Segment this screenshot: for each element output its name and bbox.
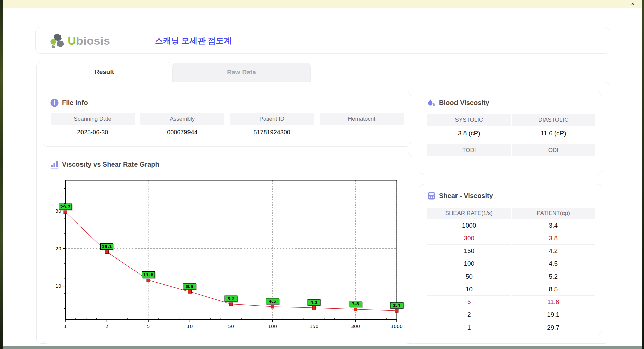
odi-header: ODI [512, 144, 595, 156]
table-spacer [427, 140, 595, 144]
diastolic-header: DIASTOLIC [512, 114, 595, 126]
content-card: File Info Scanning Date2025-06-30Assembl… [36, 82, 609, 344]
svg-text:50: 50 [228, 323, 234, 329]
svg-text:4.5: 4.5 [269, 299, 276, 304]
svg-text:20: 20 [55, 246, 61, 251]
shear-rate-cell: 1 [427, 321, 511, 334]
calculator-icon [427, 192, 436, 200]
shear-rate-cell: 5 [427, 296, 511, 308]
patient-cell: 29.7 [512, 321, 595, 334]
svg-text:10: 10 [55, 283, 61, 289]
graph-card: Viscosity vs Shear Rate Graph 1020301251… [43, 153, 411, 344]
field-label: Assembly [140, 113, 224, 125]
svg-text:3.4: 3.4 [393, 303, 400, 308]
window-bottom-edge [3, 346, 642, 349]
patient-cell: 3.4 [512, 219, 595, 232]
svg-text:1000: 1000 [391, 323, 403, 329]
shear-viscosity-title: Shear - Viscosity [439, 192, 493, 200]
svg-text:19.1: 19.1 [102, 244, 112, 249]
brand-first-letter: U [68, 34, 76, 47]
window-titlebar: × [3, 0, 642, 8]
patient-column-header: PATIENT(cp) [512, 208, 595, 219]
header-card: Ubiosis 스캐닝 모세관 점도계 [35, 27, 609, 54]
file-info-field: Hematocrit [320, 113, 404, 139]
tab-raw-data[interactable]: Raw Data [172, 63, 311, 82]
bar-chart-icon [50, 160, 59, 169]
file-info-card: File Info Scanning Date2025-06-30Assembl… [43, 92, 411, 147]
file-info-header: File Info [50, 99, 88, 107]
patient-cell: 4.2 [512, 245, 595, 257]
systolic-value: 3.8 (cP) [427, 126, 511, 140]
svg-text:2: 2 [105, 323, 108, 329]
svg-text:150: 150 [310, 323, 319, 329]
shear-rate-cell: 1000 [427, 219, 511, 232]
close-icon[interactable]: × [629, 1, 636, 7]
file-info-title: File Info [62, 99, 88, 107]
tab-result[interactable]: Result [36, 62, 172, 82]
patient-cell: 11.6 [512, 296, 595, 308]
blood-viscosity-header: Blood Viscosity [427, 99, 489, 107]
field-value [320, 125, 404, 139]
svg-text:10: 10 [187, 323, 193, 329]
shear-viscosity-card: Shear - Viscosity SHEAR RATE(1/s) PATIEN… [420, 184, 602, 335]
ubiosis-logo-icon [50, 33, 65, 48]
brand-name: Ubiosis [68, 34, 110, 47]
file-info-fields: Scanning Date2025-06-30Assembly000679944… [51, 113, 404, 139]
viscosity-shear-chart: 1020301251050100150300100029.719.111.68.… [47, 174, 408, 339]
blood-viscosity-card: Blood Viscosity SYSTOLIC DIASTOLIC 3.8 (… [420, 92, 602, 175]
svg-text:5: 5 [147, 323, 150, 329]
file-info-field: Scanning Date2025-06-30 [51, 113, 135, 139]
svg-text:100: 100 [268, 323, 277, 329]
patient-cell: 19.1 [512, 308, 595, 321]
svg-text:29.7: 29.7 [60, 204, 71, 209]
svg-text:4.2: 4.2 [310, 300, 318, 305]
info-icon [50, 99, 59, 107]
shear-rate-cell: 2 [427, 308, 511, 321]
desktop-edge-right [642, 0, 644, 349]
shear-viscosity-header: Shear - Viscosity [427, 192, 493, 200]
patient-cell: 3.8 [512, 232, 595, 245]
diastolic-value: 11.6 (cP) [512, 126, 595, 140]
blood-viscosity-table: SYSTOLIC DIASTOLIC 3.8 (cP) 11.6 (cP) TO… [427, 114, 595, 170]
page-title: 스캐닝 모세관 점도계 [155, 27, 232, 54]
field-value: 51781924300 [230, 125, 314, 139]
shear-rate-cell: 10 [427, 283, 511, 296]
svg-text:8.5: 8.5 [186, 284, 193, 289]
todi-value: – [427, 156, 511, 170]
todi-header: TODI [427, 144, 511, 156]
field-value: 2025-06-30 [51, 125, 135, 139]
desktop-edge-left [0, 0, 3, 349]
svg-text:11.6: 11.6 [143, 272, 154, 277]
field-label: Patient ID [230, 113, 314, 125]
patient-cell: 4.5 [512, 257, 595, 270]
svg-text:5.2: 5.2 [227, 296, 235, 301]
odi-value: – [512, 156, 595, 170]
graph-title: Viscosity vs Shear Rate Graph [62, 161, 159, 168]
patient-cell: 8.5 [512, 283, 595, 296]
blood-drops-icon [427, 99, 436, 107]
svg-text:300: 300 [351, 323, 360, 329]
shear-rate-column-header: SHEAR RATE(1/s) [427, 208, 511, 219]
blood-viscosity-title: Blood Viscosity [439, 99, 489, 107]
systolic-header: SYSTOLIC [427, 114, 511, 126]
shear-rate-cell: 100 [427, 257, 511, 270]
field-label: Hematocrit [320, 113, 404, 125]
field-value: 000679944 [140, 125, 224, 139]
shear-rate-cell: 50 [427, 270, 511, 283]
svg-text:3.8: 3.8 [352, 301, 359, 306]
field-label: Scanning Date [51, 113, 135, 125]
graph-header: Viscosity vs Shear Rate Graph [50, 160, 159, 169]
shear-rate-cell: 300 [427, 232, 511, 245]
shear-viscosity-table: SHEAR RATE(1/s) PATIENT(cp) 10003.43003.… [427, 208, 595, 334]
brand-rest: biosis [76, 34, 110, 47]
shear-rate-cell: 150 [427, 245, 511, 257]
patient-cell: 5.2 [512, 270, 595, 283]
file-info-field: Assembly000679944 [140, 113, 224, 139]
svg-text:1: 1 [64, 323, 67, 329]
file-info-field: Patient ID51781924300 [230, 113, 314, 139]
brand-logo: Ubiosis [50, 33, 110, 49]
